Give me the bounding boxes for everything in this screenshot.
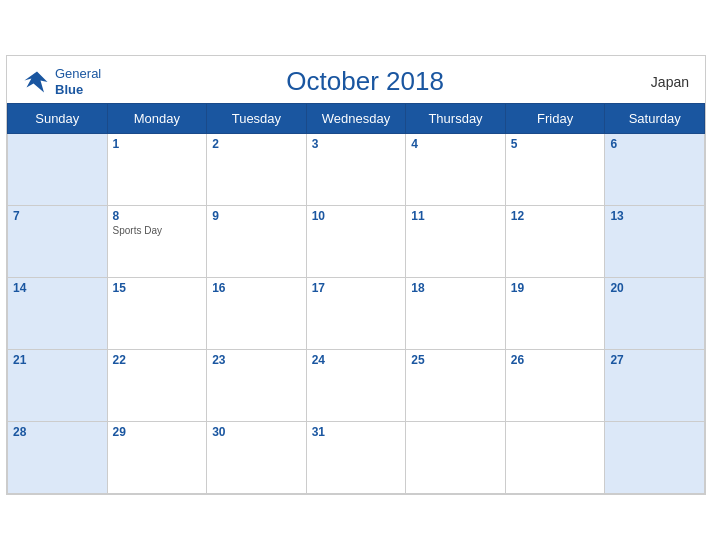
calendar-grid: Sunday Monday Tuesday Wednesday Thursday… (7, 103, 705, 494)
header-friday: Friday (505, 104, 605, 134)
day-number: 26 (511, 353, 600, 367)
logo-text: General Blue (55, 66, 101, 97)
table-row: 29 (107, 422, 207, 494)
table-row: 11 (406, 206, 506, 278)
week-row-2: 14151617181920 (8, 278, 705, 350)
day-number: 24 (312, 353, 401, 367)
week-row-0: 123456 (8, 134, 705, 206)
week-row-4: 28293031 (8, 422, 705, 494)
day-number: 18 (411, 281, 500, 295)
day-number: 3 (312, 137, 401, 151)
header-wednesday: Wednesday (306, 104, 406, 134)
week-row-1: 78Sports Day910111213 (8, 206, 705, 278)
table-row: 20 (605, 278, 705, 350)
day-number: 13 (610, 209, 699, 223)
table-row: 18 (406, 278, 506, 350)
table-row: 8Sports Day (107, 206, 207, 278)
table-row: 12 (505, 206, 605, 278)
table-row: 1 (107, 134, 207, 206)
day-number: 1 (113, 137, 202, 151)
day-number: 29 (113, 425, 202, 439)
day-number: 8 (113, 209, 202, 223)
table-row: 10 (306, 206, 406, 278)
holiday-label: Sports Day (113, 225, 202, 236)
day-number: 27 (610, 353, 699, 367)
table-row: 14 (8, 278, 108, 350)
table-row: 4 (406, 134, 506, 206)
day-number: 12 (511, 209, 600, 223)
calendar-body: 12345678Sports Day9101112131415161718192… (8, 134, 705, 494)
day-number: 21 (13, 353, 102, 367)
day-number: 6 (610, 137, 699, 151)
table-row: 21 (8, 350, 108, 422)
table-row: 25 (406, 350, 506, 422)
table-row (406, 422, 506, 494)
table-row: 22 (107, 350, 207, 422)
day-number: 16 (212, 281, 301, 295)
calendar-container: General Blue October 2018 Japan Sunday M… (6, 55, 706, 495)
table-row: 23 (207, 350, 307, 422)
logo-area: General Blue (23, 66, 101, 97)
header-monday: Monday (107, 104, 207, 134)
table-row (8, 134, 108, 206)
day-number: 11 (411, 209, 500, 223)
table-row: 7 (8, 206, 108, 278)
calendar-title: October 2018 (101, 66, 629, 97)
table-row: 24 (306, 350, 406, 422)
table-row: 15 (107, 278, 207, 350)
table-row: 16 (207, 278, 307, 350)
table-row (505, 422, 605, 494)
week-row-3: 21222324252627 (8, 350, 705, 422)
day-number: 17 (312, 281, 401, 295)
table-row (605, 422, 705, 494)
table-row: 26 (505, 350, 605, 422)
table-row: 17 (306, 278, 406, 350)
table-row: 30 (207, 422, 307, 494)
table-row: 19 (505, 278, 605, 350)
day-number: 19 (511, 281, 600, 295)
day-number: 22 (113, 353, 202, 367)
table-row: 31 (306, 422, 406, 494)
table-row: 28 (8, 422, 108, 494)
table-row: 27 (605, 350, 705, 422)
country-label: Japan (629, 74, 689, 90)
header-saturday: Saturday (605, 104, 705, 134)
day-number: 5 (511, 137, 600, 151)
calendar-header: General Blue October 2018 Japan (7, 56, 705, 103)
day-number: 15 (113, 281, 202, 295)
day-number: 10 (312, 209, 401, 223)
day-number: 23 (212, 353, 301, 367)
day-number: 28 (13, 425, 102, 439)
logo-bird-icon (23, 68, 51, 96)
day-number: 4 (411, 137, 500, 151)
day-number: 14 (13, 281, 102, 295)
day-number: 31 (312, 425, 401, 439)
table-row: 5 (505, 134, 605, 206)
day-number: 25 (411, 353, 500, 367)
svg-marker-0 (24, 71, 47, 92)
day-number: 7 (13, 209, 102, 223)
table-row: 9 (207, 206, 307, 278)
day-number: 20 (610, 281, 699, 295)
day-number: 9 (212, 209, 301, 223)
table-row: 2 (207, 134, 307, 206)
weekday-header-row: Sunday Monday Tuesday Wednesday Thursday… (8, 104, 705, 134)
table-row: 6 (605, 134, 705, 206)
header-tuesday: Tuesday (207, 104, 307, 134)
day-number: 2 (212, 137, 301, 151)
header-thursday: Thursday (406, 104, 506, 134)
table-row: 3 (306, 134, 406, 206)
day-number: 30 (212, 425, 301, 439)
table-row: 13 (605, 206, 705, 278)
header-sunday: Sunday (8, 104, 108, 134)
